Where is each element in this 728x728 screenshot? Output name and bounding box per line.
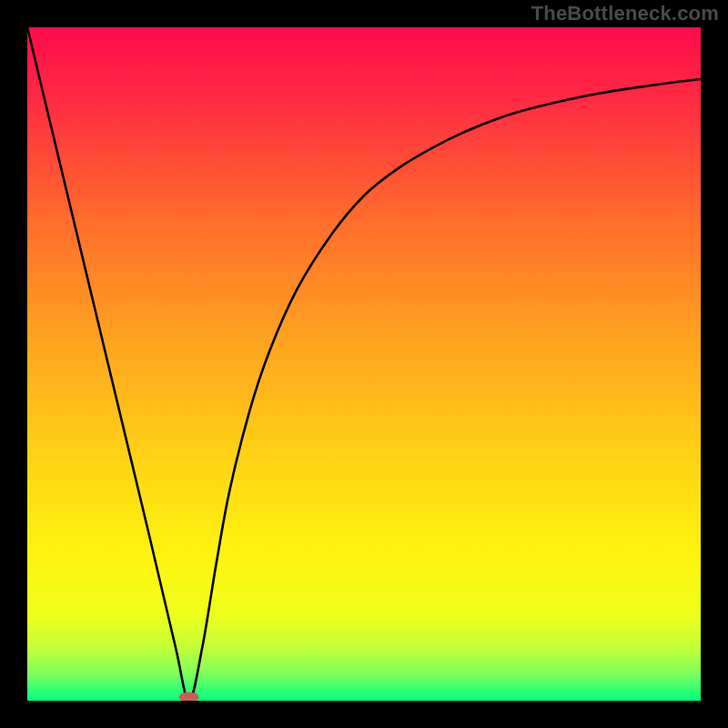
gradient-background xyxy=(27,27,701,701)
chart-frame: TheBottleneck.com xyxy=(0,0,728,728)
chart-svg xyxy=(27,27,701,701)
watermark-text: TheBottleneck.com xyxy=(531,2,719,25)
plot-area xyxy=(27,27,701,701)
